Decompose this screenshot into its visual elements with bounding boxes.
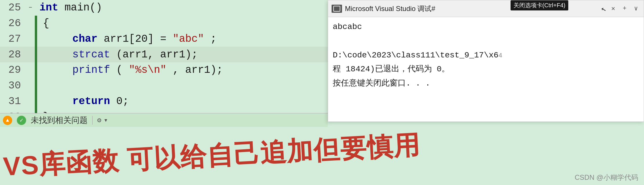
green-bar-28	[35, 47, 37, 62]
green-bar-26	[35, 16, 37, 31]
no-issues-text: 未找到相关问题	[31, 115, 88, 126]
settings-icon: ⚙	[97, 116, 101, 124]
string-abc: "abc"	[173, 33, 204, 45]
status-divider	[92, 116, 93, 125]
annotation-text: VS库函数 可以给自己追加但要慎用	[2, 127, 421, 184]
line-number-30: 30	[0, 80, 26, 92]
vs-icon-inner	[333, 6, 340, 12]
green-bar-29	[35, 62, 37, 78]
line-number-27: 27	[0, 33, 26, 45]
fn-printf: printf	[73, 64, 110, 76]
line-number-28: 28	[0, 49, 26, 61]
code-line-28: 28 strcat (arr1, arr1);	[0, 47, 328, 62]
status-bar: ▲ ✓ 未找到相关问题 ⚙ ▾	[0, 113, 328, 127]
code-line-30: 30	[0, 78, 328, 94]
code-text: ;	[210, 33, 217, 45]
code-text: arr1[20] =	[104, 33, 173, 45]
ok-icon: ✓	[17, 116, 26, 125]
output-line-5: 按任意键关闭此窗口. . .	[333, 77, 639, 90]
close-tab-tooltip: 关闭选项卡(Ctrl+F4)	[511, 0, 568, 10]
code-text: , arr1);	[173, 64, 223, 76]
code-editor: 25 − int main() 26 { 27 char arr1[20] = …	[0, 0, 328, 125]
code-text: 0;	[116, 95, 129, 107]
green-bar-31	[35, 94, 37, 109]
code-content-28: strcat (arr1, arr1);	[38, 49, 328, 61]
output-line-2	[333, 35, 639, 48]
line-number-25: 25	[0, 2, 26, 14]
code-content-25: int main()	[35, 2, 328, 14]
output-line-4: 程 18424)已退出，代码为 0。	[333, 63, 639, 76]
maximize-button[interactable]: +	[621, 4, 629, 13]
code-line-29: 29 printf ( "%s\n" , arr1);	[0, 62, 328, 78]
green-bar-27	[35, 31, 37, 47]
cursor-icon: ↖	[600, 3, 607, 14]
fn-strcat: strcat	[73, 49, 110, 61]
code-line-31: 31 return 0;	[0, 94, 328, 109]
string-format: "%s\n"	[129, 64, 167, 76]
keyword-char: char	[73, 33, 97, 45]
vs-titlebar: Microsoft Visual Studio 调试# ↖ ✕ + ∨	[328, 0, 644, 17]
warning-icon: ▲	[3, 116, 12, 125]
green-bar-30	[35, 78, 37, 94]
code-content-29: printf ( "%s\n" , arr1);	[38, 64, 328, 76]
code-text: (arr1, arr1);	[116, 49, 198, 61]
keyword-return: return	[73, 95, 110, 107]
vs-app-icon	[332, 5, 342, 13]
collapse-icon[interactable]: −	[29, 4, 32, 11]
vs-output-window: 关闭选项卡(Ctrl+F4) Microsoft Visual Studio 调…	[328, 0, 644, 122]
keyword-int: int	[39, 2, 58, 14]
code-text: main()	[64, 2, 102, 14]
code-line-25: 25 − int main()	[0, 0, 328, 16]
annotation-area: VS库函数 可以给自己追加但要慎用	[0, 127, 470, 185]
code-content-31: return 0;	[38, 95, 328, 107]
code-content-26: {	[38, 17, 328, 29]
code-line-26: 26 {	[0, 16, 328, 31]
pin-button[interactable]: ✕	[609, 3, 617, 14]
code-content-27: char arr1[20] = "abc" ;	[38, 33, 328, 45]
line-number-31: 31	[0, 95, 26, 107]
more-options-button[interactable]: ∨	[632, 3, 640, 14]
brace-open: {	[43, 17, 49, 29]
output-line-1: abcabc	[333, 21, 639, 34]
line-number-29: 29	[0, 64, 26, 76]
vs-output-content: abcabc D:\code\2023\class111\test_9_17\x…	[328, 17, 644, 121]
line-number-26: 26	[0, 17, 26, 29]
settings-area[interactable]: ⚙ ▾	[97, 116, 108, 124]
output-line-3: D:\code\2023\class111\test_9_17\x64	[333, 49, 639, 62]
code-text: (	[116, 64, 123, 76]
line-gutter-25: −	[26, 4, 35, 11]
chevron-down-icon: ▾	[104, 116, 108, 124]
code-line-27: 27 char arr1[20] = "abc" ;	[0, 31, 328, 47]
watermark: CSDN @小糊学代码	[575, 173, 638, 182]
